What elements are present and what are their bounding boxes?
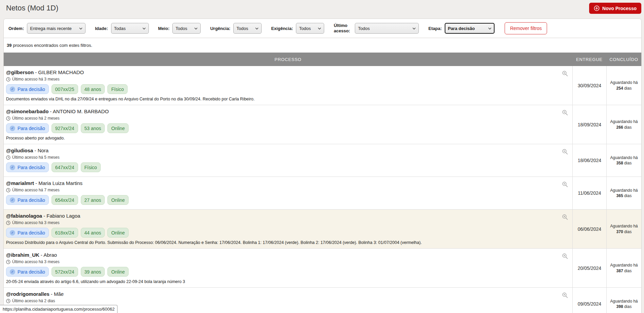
- person-name: - Nora: [34, 148, 48, 153]
- magnifier-icon[interactable]: [562, 292, 568, 299]
- table-row[interactable]: @marialmrt- Maria Luiza Martins Último a…: [4, 177, 641, 210]
- process-title: @gilberson- GILBER MACHADO: [6, 69, 557, 75]
- chevron-down-icon: [412, 27, 416, 30]
- user-handle[interactable]: @fabianolagoa: [6, 213, 42, 219]
- tag-badge: 572xx/24: [52, 267, 78, 277]
- concluded-status: Aguardando há 358 dias: [606, 144, 641, 177]
- magnifier-icon[interactable]: [562, 181, 568, 188]
- table-row[interactable]: @simonebarbado- ANTONIO M. BARBADO Últim…: [4, 105, 641, 144]
- waiting-days: 387: [616, 269, 623, 273]
- table-row[interactable]: @gilberson- GILBER MACHADO Último acesso…: [4, 66, 641, 105]
- waiting-days: 358: [616, 161, 623, 165]
- concluded-suffix: dias: [624, 125, 632, 130]
- person-name: - Mãe: [51, 291, 64, 297]
- magnifier-icon[interactable]: [562, 149, 568, 155]
- user-handle[interactable]: @marialmrt: [6, 180, 34, 186]
- tag-badge: 927xx/24: [52, 123, 78, 133]
- filter-selected-value: Todos: [358, 26, 370, 31]
- tag-badge: Físico: [107, 84, 127, 94]
- filter-select[interactable]: Todas: [111, 23, 149, 34]
- tag-badge: Online: [107, 267, 128, 277]
- magnifier-icon[interactable]: [562, 214, 568, 220]
- waiting-days-line: 254 dias: [616, 86, 632, 91]
- filter-selected-value: Todos: [299, 26, 311, 31]
- concluded-status: Aguardando há 387 dias: [606, 249, 641, 287]
- concluded-prefix: Aguardando há: [610, 223, 638, 229]
- process-title: @fabianolagoa- Fabiano Lagoa: [6, 213, 557, 219]
- concluded-status: Aguardando há 365 dias: [606, 177, 641, 209]
- remover-filtros-button[interactable]: Remover filtros: [505, 22, 547, 34]
- badge-label: Físico: [84, 165, 97, 170]
- filter-bar: Ordem: Entrega mais recente Idade: Todas…: [4, 19, 641, 38]
- check-icon: ✓: [10, 165, 15, 170]
- filter-select[interactable]: Todos: [233, 23, 262, 34]
- delivered-date: 18/06/2024: [572, 144, 606, 177]
- waiting-days-line: 387 dias: [616, 268, 632, 274]
- badge-label: 007xx/25: [55, 87, 74, 92]
- stage-badge: ✓Para decisão: [6, 228, 49, 238]
- magnifier-icon[interactable]: [562, 253, 568, 259]
- last-access-label: Último acesso há 2 meses: [12, 116, 60, 121]
- table-row[interactable]: @fabianolagoa- Fabiano Lagoa Último aces…: [4, 210, 641, 249]
- badge-label: Para decisão: [18, 87, 45, 92]
- concluded-status: Aguardando há 254 dias: [606, 66, 641, 105]
- badge-label: Online: [111, 230, 125, 236]
- row-description: Processo Distribuído para o Arquivo Cent…: [6, 240, 557, 245]
- filter-select[interactable]: Todos: [296, 23, 324, 34]
- user-handle[interactable]: @gilberson: [6, 69, 34, 75]
- person-name: - Fabiano Lagoa: [43, 213, 80, 219]
- user-handle[interactable]: @rodrigomoralles: [6, 291, 49, 297]
- process-cell: @gilberson- GILBER MACHADO Último acesso…: [4, 66, 572, 105]
- chevron-down-icon: [194, 27, 198, 30]
- magnifier-icon[interactable]: [562, 109, 568, 116]
- column-header-processo[interactable]: PROCESSO: [4, 57, 572, 62]
- table-header: PROCESSO ENTREGUE CONCLUÍDO: [4, 53, 641, 66]
- badge-list: ✓Para decisão007xx/2548 anosFísico: [6, 84, 557, 94]
- waiting-days: 398: [616, 304, 623, 309]
- tag-badge: 27 anos: [81, 195, 105, 205]
- filter-select[interactable]: Todos: [355, 23, 419, 34]
- badge-list: ✓Para decisão618xx/2444 anosOnline: [6, 228, 557, 238]
- last-access-label: Último acesso há 3 meses: [12, 220, 60, 225]
- filter-select[interactable]: Para decisão: [445, 23, 495, 34]
- last-access-label: Último acesso há 2 dias: [12, 299, 55, 303]
- clock-icon: [6, 155, 10, 160]
- tag-badge: 007xx/25: [52, 84, 78, 94]
- tag-badge: 44 anos: [81, 228, 105, 238]
- filter-items: Ordem: Entrega mais recente Idade: Todas…: [8, 23, 495, 34]
- novo-processo-button[interactable]: Novo Processo: [589, 3, 641, 14]
- tag-badge: 618xx/24: [52, 228, 78, 238]
- concluded-prefix: Aguardando há: [610, 299, 638, 304]
- table-row[interactable]: @giludiosa- Nora Último acesso há 5 mese…: [4, 144, 641, 177]
- row-description: Processo aberto por advogado.: [6, 136, 557, 140]
- process-title: @rodrigomoralles- Mãe: [6, 291, 557, 297]
- user-handle[interactable]: @ibrahim_UK: [6, 252, 39, 258]
- tag-badge: 48 anos: [81, 84, 105, 94]
- table-row[interactable]: @ibrahim_UK- Abrao Último acesso há 3 me…: [4, 249, 641, 288]
- column-header-concluido[interactable]: CONCLUÍDO: [606, 57, 641, 62]
- filter-select[interactable]: Entrega mais recente: [27, 23, 86, 34]
- clock-icon: [6, 299, 10, 303]
- column-header-entregue[interactable]: ENTREGUE: [572, 57, 606, 62]
- concluded-suffix: dias: [624, 193, 632, 198]
- badge-label: Para decisão: [18, 230, 45, 236]
- magnifier-icon[interactable]: [562, 70, 568, 77]
- concluded-prefix: Aguardando há: [610, 188, 638, 193]
- concluded-suffix: dias: [624, 161, 632, 165]
- badge-label: 27 anos: [84, 197, 101, 203]
- badge-label: 48 anos: [84, 87, 101, 92]
- user-handle[interactable]: @simonebarbado: [6, 108, 48, 114]
- badge-label: Online: [111, 197, 125, 203]
- filter-select[interactable]: Todos: [172, 23, 201, 34]
- filter-item: Último acesso: Todos: [334, 23, 419, 34]
- delivered-date: 06/06/2024: [572, 210, 606, 248]
- tag-badge: Físico: [81, 162, 101, 172]
- user-handle[interactable]: @giludiosa: [6, 148, 33, 153]
- badge-list: ✓Para decisão654xx/2427 anosOnline: [6, 195, 557, 205]
- badge-label: 44 anos: [84, 230, 101, 236]
- person-name: - ANTONIO M. BARBADO: [50, 108, 109, 114]
- filter-selected-value: Entrega mais recente: [30, 26, 72, 31]
- tag-badge: Online: [107, 123, 128, 133]
- process-cell: @simonebarbado- ANTONIO M. BARBADO Últim…: [4, 105, 572, 144]
- person-name: - Maria Luiza Martins: [35, 180, 82, 186]
